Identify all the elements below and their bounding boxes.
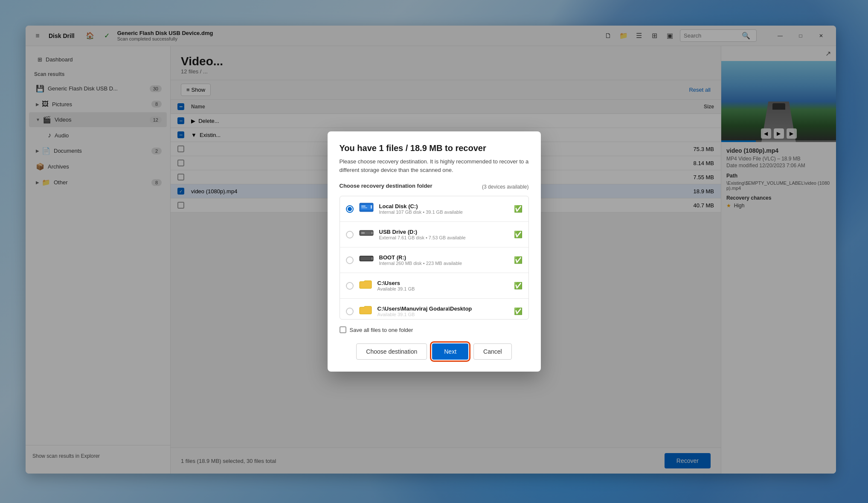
svg-rect-2 [361, 206, 366, 206]
desktop-sub: Available 39.1 GB [377, 312, 509, 317]
device-radio-desktop[interactable] [346, 308, 354, 315]
usb-drive-check-icon: ✅ [514, 230, 523, 238]
cancel-button[interactable]: Cancel [473, 343, 512, 360]
save-one-folder-checkbox[interactable] [340, 326, 346, 333]
modal-title: You have 1 files / 18.9 MB to recover [340, 143, 529, 153]
boot-drive-icon [359, 253, 374, 267]
device-item-boot[interactable]: BOOT (R:) Internal 260 MB disk • 223 MB … [340, 247, 528, 273]
boot-sub: Internal 260 MB disk • 223 MB available [379, 261, 509, 266]
device-radio-usb[interactable] [346, 231, 354, 238]
cusers-sub: Available 39.1 GB [377, 286, 509, 291]
device-item-cusers[interactable]: C:\Users Available 39.1 GB ✅ [340, 273, 528, 299]
svg-rect-4 [371, 205, 372, 209]
device-radio-boot[interactable] [346, 256, 354, 264]
device-radio-local-disk[interactable] [346, 205, 354, 213]
modal-section-header: Choose recovery destination folder (3 de… [340, 183, 529, 191]
device-item-usb-drive[interactable]: USB Drive (D:) External 7.61 GB disk • 7… [340, 222, 528, 247]
cusers-name: C:\Users [377, 280, 509, 286]
devices-count: (3 devices available) [482, 184, 528, 190]
device-item-local-disk[interactable]: Local Disk (C:) Internal 107 GB disk • 3… [340, 196, 528, 222]
save-one-folder-label: Save all files to one folder [350, 327, 413, 333]
local-disk-details: Local Disk (C:) Internal 107 GB disk • 3… [379, 203, 509, 215]
save-one-folder-option: Save all files to one folder [340, 326, 529, 333]
device-item-desktop[interactable]: C:\Users\Manuviraj Godara\Desktop Availa… [340, 299, 528, 320]
modal-description: Please choose recovery destination. It i… [340, 157, 529, 174]
cusers-check-icon: ✅ [514, 282, 523, 290]
local-disk-icon [359, 201, 374, 216]
usb-drive-sub: External 7.61 GB disk • 7.53 GB availabl… [379, 235, 509, 240]
local-disk-sub: Internal 107 GB disk • 39.1 GB available [379, 209, 509, 215]
usb-drive-name: USB Drive (D:) [379, 229, 509, 235]
cusers-folder-icon [359, 278, 372, 293]
desktop-details: C:\Users\Manuviraj Godara\Desktop Availa… [377, 305, 509, 317]
svg-rect-11 [371, 257, 373, 260]
svg-rect-10 [360, 257, 371, 260]
next-button[interactable]: Next [432, 343, 468, 360]
svg-rect-3 [361, 207, 367, 208]
device-list: Local Disk (C:) Internal 107 GB disk • 3… [340, 196, 529, 320]
usb-drive-icon [359, 227, 374, 242]
device-radio-cusers[interactable] [346, 282, 354, 290]
usb-drive-details: USB Drive (D:) External 7.61 GB disk • 7… [379, 229, 509, 240]
choose-destination-label: Choose recovery destination folder [340, 183, 433, 189]
local-disk-check-icon: ✅ [514, 205, 523, 213]
modal-actions: Choose destination Next Cancel [340, 342, 529, 360]
recovery-destination-modal: You have 1 files / 18.9 MB to recover Pl… [328, 131, 541, 372]
svg-rect-8 [371, 232, 373, 234]
desktop-folder-icon [359, 304, 372, 319]
boot-check-icon: ✅ [514, 256, 523, 264]
desktop-name: C:\Users\Manuviraj Godara\Desktop [377, 305, 509, 312]
desktop-check-icon: ✅ [514, 307, 523, 315]
local-disk-name: Local Disk (C:) [379, 203, 509, 209]
svg-rect-7 [361, 232, 365, 234]
boot-details: BOOT (R:) Internal 260 MB disk • 223 MB … [379, 254, 509, 266]
modal-overlay[interactable]: You have 1 files / 18.9 MB to recover Pl… [0, 0, 868, 503]
boot-name: BOOT (R:) [379, 254, 509, 261]
cusers-details: C:\Users Available 39.1 GB [377, 280, 509, 291]
choose-destination-button[interactable]: Choose destination [356, 343, 427, 360]
